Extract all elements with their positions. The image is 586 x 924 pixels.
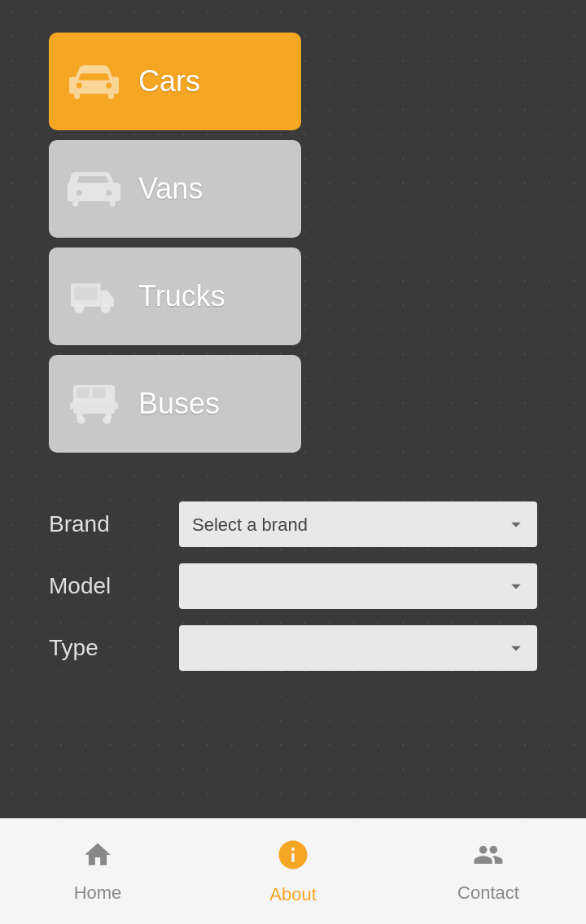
contact-icon xyxy=(473,839,504,878)
about-icon xyxy=(276,838,310,879)
filters-section: Brand Select a brand Model Type xyxy=(49,501,537,671)
home-icon xyxy=(82,839,113,878)
truck-icon xyxy=(65,274,122,319)
buses-label: Buses xyxy=(138,387,220,421)
model-select[interactable] xyxy=(179,563,537,609)
buses-button[interactable]: Buses xyxy=(49,355,301,453)
svg-point-2 xyxy=(100,303,110,313)
car-icon xyxy=(65,59,122,104)
brand-filter-row: Brand Select a brand xyxy=(49,501,537,547)
svg-rect-5 xyxy=(76,388,89,397)
trucks-button[interactable]: Trucks xyxy=(49,247,301,345)
type-select[interactable] xyxy=(179,625,537,671)
type-label: Type xyxy=(49,635,163,661)
svg-rect-13 xyxy=(115,402,118,409)
main-content: Cars Vans Trucks xyxy=(0,0,586,818)
svg-point-11 xyxy=(103,416,111,424)
bottom-nav: Home About Contact xyxy=(0,818,586,924)
cars-label: Cars xyxy=(138,64,200,99)
svg-rect-12 xyxy=(70,402,73,409)
svg-point-1 xyxy=(74,303,84,313)
van-icon xyxy=(65,167,122,212)
nav-contact[interactable]: Contact xyxy=(391,831,586,912)
type-filter-row: Type xyxy=(49,625,537,671)
vehicle-buttons: Cars Vans Trucks xyxy=(49,33,537,453)
model-label: Model xyxy=(49,573,163,599)
about-nav-label: About xyxy=(269,884,317,905)
contact-nav-label: Contact xyxy=(457,882,519,904)
nav-about[interactable]: About xyxy=(195,830,391,913)
svg-rect-7 xyxy=(72,399,116,402)
trucks-label: Trucks xyxy=(138,279,225,313)
cars-button[interactable]: Cars xyxy=(49,33,301,130)
bus-icon xyxy=(65,382,122,427)
vans-label: Vans xyxy=(138,172,203,206)
brand-label: Brand xyxy=(49,511,163,537)
nav-home[interactable]: Home xyxy=(0,831,195,912)
vans-button[interactable]: Vans xyxy=(49,140,301,238)
home-nav-label: Home xyxy=(74,882,122,904)
model-filter-row: Model xyxy=(49,563,537,609)
svg-rect-3 xyxy=(74,287,97,300)
brand-select[interactable]: Select a brand xyxy=(179,501,537,547)
svg-point-10 xyxy=(77,416,85,424)
svg-rect-6 xyxy=(92,388,105,397)
